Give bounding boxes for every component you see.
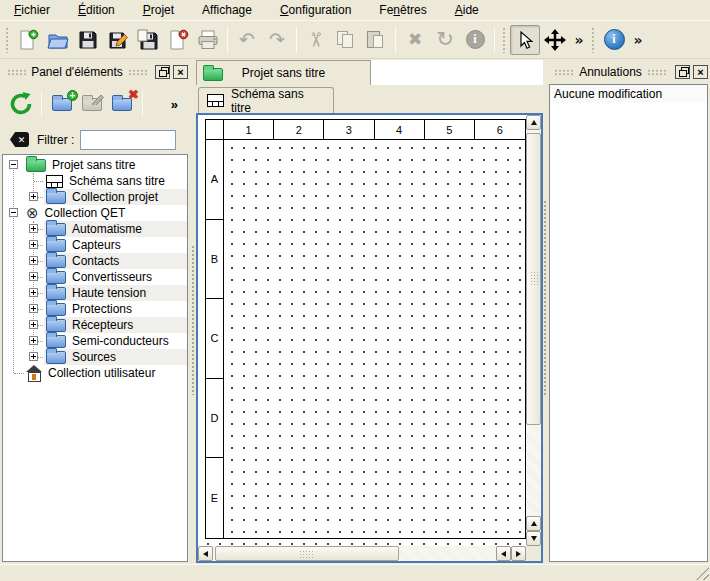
elements-panel-titlebar[interactable]: Panel d'éléments × [2, 62, 188, 82]
tree-item-automatisme[interactable]: Automatisme [3, 221, 187, 237]
horizontal-scroll-thumb[interactable] [215, 546, 399, 561]
rotate-button[interactable]: ↻ [430, 25, 460, 55]
scroll-left-button[interactable] [198, 546, 213, 561]
toolbar-drag-handle[interactable] [591, 27, 596, 53]
save-all-button[interactable] [133, 25, 163, 55]
tree-item-recepteurs[interactable]: Récepteurs [3, 317, 187, 333]
scroll-right-button[interactable] [511, 546, 526, 561]
expand-expander[interactable] [29, 256, 38, 265]
open-project-button[interactable] [43, 25, 73, 55]
redo-button[interactable]: ↷ [262, 25, 292, 55]
scroll-down-button[interactable] [526, 531, 541, 546]
expand-expander[interactable] [29, 320, 38, 329]
vertical-scroll-thumb[interactable] [526, 133, 541, 425]
toolbar-overflow-button[interactable]: » [629, 25, 647, 55]
vertical-scrollbar[interactable] [526, 115, 541, 546]
resize-grip[interactable] [696, 567, 709, 580]
horizontal-scrollbar[interactable] [198, 546, 526, 561]
pan-mode-button[interactable] [540, 25, 570, 55]
expand-expander[interactable] [29, 288, 38, 297]
tree-item-haute-tension[interactable]: Haute tension [3, 285, 187, 301]
undo-panel-titlebar[interactable]: Annulations × [549, 62, 708, 82]
close-panel-button[interactable]: × [693, 65, 708, 79]
new-category-button[interactable]: + [47, 89, 77, 119]
expand-expander[interactable] [29, 240, 38, 249]
expand-expander[interactable] [29, 192, 38, 201]
element-info-button[interactable]: i [460, 25, 490, 55]
diagram-canvas[interactable]: 1 2 3 4 5 6 A B C D E [198, 115, 526, 546]
left-splitter-handle[interactable] [189, 60, 196, 563]
menu-configuration[interactable]: Configuration [270, 1, 361, 19]
tree-item-collection-projet[interactable]: Collection projet [3, 189, 187, 205]
folder-icon [46, 351, 66, 364]
delete-button[interactable]: ✖ [400, 25, 430, 55]
frame-interior [224, 140, 525, 538]
copy-button[interactable] [331, 25, 361, 55]
edit-category-button[interactable] [77, 89, 107, 119]
tree-item-convertisseurs[interactable]: Convertisseurs [3, 269, 187, 285]
expand-expander[interactable] [29, 352, 38, 361]
tree-item-sources[interactable]: Sources [3, 349, 187, 365]
expand-expander[interactable] [29, 336, 38, 345]
float-panel-button[interactable] [155, 65, 170, 79]
collapse-expander[interactable] [9, 160, 18, 169]
delete-icon: ✖ [408, 31, 422, 48]
titlebar-texture [7, 69, 26, 76]
expand-expander[interactable] [29, 224, 38, 233]
schema-tab-label: Schéma sans titre [231, 87, 325, 115]
expand-expander[interactable] [29, 272, 38, 281]
tree-item-collection-utilisateur[interactable]: Collection utilisateur [3, 365, 187, 381]
folder-icon [46, 271, 66, 284]
menu-edition[interactable]: Édition [68, 1, 125, 19]
menu-aide[interactable]: Aide [445, 1, 489, 19]
filter-input[interactable] [80, 130, 176, 150]
info-blue-icon: i [604, 29, 625, 50]
print-button[interactable] [193, 25, 223, 55]
save-as-button[interactable] [103, 25, 133, 55]
tab-projet-sans-titre[interactable]: Projet sans titre [196, 60, 371, 85]
scroll-track[interactable] [399, 546, 496, 561]
clear-filter-button[interactable]: ✕ [10, 132, 29, 147]
collapse-expander[interactable] [9, 208, 18, 217]
toolbar-overflow-button[interactable]: » [570, 25, 588, 55]
new-document-button[interactable] [13, 25, 43, 55]
tree-item-contacts[interactable]: Contacts [3, 253, 187, 269]
tree-item-capteurs[interactable]: Capteurs [3, 237, 187, 253]
float-panel-button[interactable] [675, 65, 690, 79]
delete-category-button[interactable]: ✖ [107, 89, 137, 119]
scroll-up-button[interactable] [526, 516, 541, 531]
undo-history-item[interactable]: Aucune modification [550, 85, 707, 103]
tree-item-protections[interactable]: Protections [3, 301, 187, 317]
menu-projet[interactable]: Projet [133, 1, 184, 19]
reload-collections-button[interactable] [6, 89, 36, 119]
diagram-viewport: 1 2 3 4 5 6 A B C D E [196, 113, 543, 563]
paste-icon [367, 30, 385, 50]
close-file-button[interactable] [163, 25, 193, 55]
tree-item-projet-sans-titre[interactable]: Projet sans titre [3, 157, 187, 173]
expand-expander[interactable] [29, 304, 38, 313]
close-panel-button[interactable]: × [173, 65, 188, 79]
undo-icon: ↶ [239, 30, 255, 49]
toolbar-drag-handle[interactable] [5, 27, 10, 53]
arrow-right-icon [516, 551, 521, 557]
menu-affichage[interactable]: Affichage [192, 1, 262, 19]
toolbar-drag-handle[interactable] [502, 27, 507, 53]
cut-button[interactable]: ✂ [301, 25, 331, 55]
scroll-up-button[interactable] [526, 115, 541, 130]
diagram-info-button[interactable]: i [599, 25, 629, 55]
menu-fichier[interactable]: Fichier [4, 1, 60, 19]
panel-overflow-button[interactable]: » [171, 97, 178, 112]
scroll-left-button[interactable] [496, 546, 511, 561]
tree-item-collection-qet[interactable]: ⊗Collection QET [3, 205, 187, 221]
save-button[interactable] [73, 25, 103, 55]
scroll-track[interactable] [526, 425, 541, 516]
cut-icon: ✂ [306, 31, 326, 48]
undo-button[interactable]: ↶ [232, 25, 262, 55]
tab-schema-sans-titre[interactable]: Schéma sans titre [198, 87, 334, 113]
menu-fenetres[interactable]: Fenêtres [369, 1, 436, 19]
paste-button[interactable] [361, 25, 391, 55]
tree-item-semi-conducteurs[interactable]: Semi-conducteurs [3, 333, 187, 349]
selection-mode-button[interactable] [510, 25, 540, 55]
redo-icon: ↷ [269, 30, 285, 49]
tree-item-schema-sans-titre[interactable]: Schéma sans titre [3, 173, 187, 189]
